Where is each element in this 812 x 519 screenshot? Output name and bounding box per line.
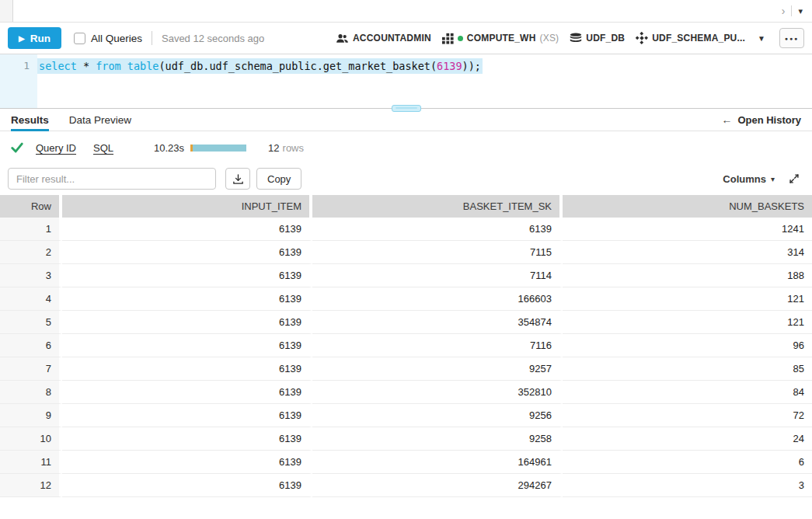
- run-button-label: Run: [30, 33, 51, 44]
- query-duration-bar: [190, 145, 246, 152]
- table-row[interactable]: 106139925824: [0, 427, 812, 451]
- expand-results-button[interactable]: [789, 173, 800, 184]
- query-duration: 10.23s: [154, 142, 184, 154]
- warehouse-value: COMPUTE_WH: [467, 33, 536, 44]
- row-count: 12rows: [268, 142, 304, 154]
- code-area[interactable]: select * from table(udf_db.udf_schema_pu…: [37, 54, 812, 108]
- query-id-link[interactable]: Query ID: [36, 142, 76, 154]
- schema-selector[interactable]: UDF_SCHEMA_PU...: [636, 32, 745, 44]
- table-row[interactable]: 1613961391241: [0, 218, 812, 241]
- table-row[interactable]: 261397115314: [0, 241, 812, 264]
- table-row[interactable]: 1161391649616: [0, 451, 812, 474]
- columns-caret-icon: ▾: [771, 175, 775, 183]
- download-results-button[interactable]: [225, 168, 250, 190]
- more-actions-button[interactable]: ●●●: [779, 28, 804, 48]
- results-table: Row INPUT_ITEM BASKET_ITEM_SK NUM_BASKET…: [0, 195, 812, 497]
- table-row[interactable]: 46139166603121: [0, 287, 812, 311]
- divider: [152, 31, 152, 45]
- open-history-label: Open History: [737, 114, 801, 126]
- duration-bar-execute-segment: [193, 145, 246, 152]
- schema-icon: [636, 32, 648, 44]
- all-queries-label: All Queries: [91, 33, 142, 44]
- download-icon: [232, 173, 244, 185]
- open-history-button[interactable]: ← Open History: [721, 113, 801, 126]
- run-button[interactable]: ▶ Run: [8, 27, 61, 49]
- divider: [791, 5, 792, 16]
- pane-splitter-handle[interactable]: [392, 105, 421, 112]
- table-row[interactable]: 56139354874121: [0, 311, 812, 334]
- warehouse-size: (XS): [540, 33, 559, 44]
- columns-dropdown[interactable]: Columns ▾: [723, 173, 775, 185]
- column-header-num-baskets[interactable]: NUM_BASKETS: [563, 195, 812, 218]
- column-header-row[interactable]: Row: [0, 195, 62, 218]
- table-row[interactable]: 76139925785: [0, 357, 812, 381]
- worksheet-toolbar: ▶ Run All Queries Saved 12 seconds ago A…: [0, 22, 812, 54]
- play-icon: ▶: [19, 34, 25, 43]
- role-value: ACCOUNTADMIN: [353, 33, 431, 44]
- all-queries-checkbox[interactable]: [74, 33, 85, 44]
- role-selector[interactable]: ACCOUNTADMIN: [336, 33, 431, 44]
- query-status-row: Query ID SQL 10.23s 12rows: [0, 131, 812, 164]
- worksheet-tabs-caret-icon[interactable]: ▾: [798, 6, 803, 16]
- table-row[interactable]: 1261392942673: [0, 474, 812, 497]
- table-row[interactable]: 66139711696: [0, 334, 812, 357]
- warehouse-icon: [442, 33, 454, 44]
- database-selector[interactable]: UDF_DB: [570, 33, 625, 44]
- sql-link[interactable]: SQL: [93, 142, 113, 154]
- back-arrow-icon: ←: [721, 113, 732, 126]
- success-check-icon: [11, 142, 23, 153]
- database-icon: [570, 33, 582, 44]
- context-dropdown-caret-icon[interactable]: ▼: [758, 34, 765, 43]
- filter-result-input[interactable]: [8, 168, 216, 190]
- ellipsis-icon: ●●●: [785, 36, 800, 41]
- results-actions-row: Copy Columns ▾: [0, 164, 812, 193]
- table-row[interactable]: 8613935281084: [0, 381, 812, 404]
- schema-value: UDF_SCHEMA_PU...: [652, 33, 745, 44]
- columns-label: Columns: [723, 173, 766, 185]
- window-top-strip: › ▾: [0, 0, 812, 22]
- table-row[interactable]: 96139925672: [0, 404, 812, 427]
- tab-data-preview[interactable]: Data Preview: [69, 109, 131, 131]
- results-table-header: Row INPUT_ITEM BASKET_ITEM_SK NUM_BASKET…: [0, 195, 812, 218]
- sql-editor[interactable]: 1 select * from table(udf_db.udf_schema_…: [0, 54, 812, 109]
- expand-panel-chevron-icon[interactable]: ›: [782, 5, 786, 17]
- table-row[interactable]: 361397114188: [0, 264, 812, 287]
- line-number-gutter: 1: [0, 54, 37, 108]
- users-icon: [336, 33, 349, 44]
- results-tab-bar: Results Data Preview ← Open History: [0, 109, 812, 131]
- copy-button[interactable]: Copy: [256, 168, 301, 190]
- column-header-input-item[interactable]: INPUT_ITEM: [62, 195, 312, 218]
- saved-status: Saved 12 seconds ago: [162, 33, 264, 44]
- tab-results[interactable]: Results: [11, 109, 49, 131]
- database-value: UDF_DB: [586, 33, 625, 44]
- warehouse-running-status-dot: [458, 36, 463, 41]
- line-number: 1: [23, 60, 30, 71]
- warehouse-selector[interactable]: COMPUTE_WH (XS): [442, 33, 559, 44]
- column-header-basket-item-sk[interactable]: BASKET_ITEM_SK: [312, 195, 563, 218]
- collapsed-panel-edge: [0, 0, 13, 22]
- sql-statement[interactable]: select * from table(udf_db.udf_schema_pu…: [37, 58, 483, 74]
